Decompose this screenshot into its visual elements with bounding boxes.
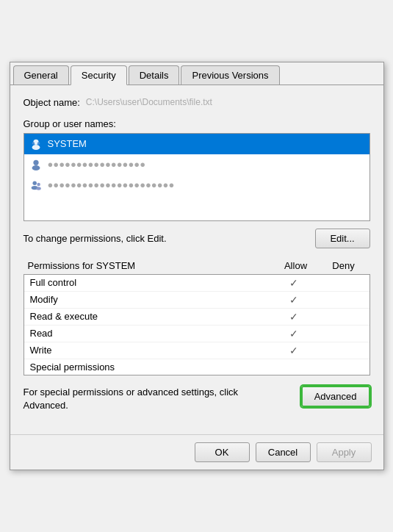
perm-read-allow: ✓ <box>268 328 320 339</box>
svg-point-6 <box>32 181 36 184</box>
user-item-admin[interactable]: ●●●●●●●●●●●●●●●●●●●●●● <box>24 175 369 195</box>
cancel-button[interactable]: Cancel <box>256 442 311 462</box>
svg-point-8 <box>37 183 40 187</box>
perm-row-modify: Modify ✓ <box>24 292 369 309</box>
apply-button[interactable]: Apply <box>317 442 372 462</box>
user-system-label: SYSTEM <box>48 138 87 149</box>
users-list[interactable]: SYSTEM ●●●●●●●●●●●●●●●●● <box>24 133 370 221</box>
object-name-label: Object name: <box>24 97 80 108</box>
user-icon-system <box>29 137 43 151</box>
security-dialog: General Security Details Previous Versio… <box>10 62 384 470</box>
perm-name-header: Permissions for SYSTEM <box>28 260 270 271</box>
perm-write-allow: ✓ <box>268 345 320 356</box>
perm-read-execute-allow: ✓ <box>268 311 320 323</box>
perm-row-special: Special permissions <box>24 359 369 375</box>
tab-bar: General Security Details Previous Versio… <box>10 62 383 85</box>
change-perms-row: To change permissions, click Edit. Edit.… <box>24 229 370 248</box>
svg-point-9 <box>36 187 40 190</box>
user-icon-email <box>29 157 43 172</box>
perm-row-read: Read ✓ <box>24 326 369 342</box>
perm-row-read-execute: Read & execute ✓ <box>24 309 369 326</box>
tab-general[interactable]: General <box>13 65 69 85</box>
tab-content: Object name: C:\Users\user\Documents\fil… <box>10 85 383 434</box>
object-name-value: C:\Users\user\Documents\file.txt <box>86 97 370 107</box>
object-name-row: Object name: C:\Users\user\Documents\fil… <box>24 97 370 108</box>
perm-row-write: Write ✓ <box>24 342 369 359</box>
svg-point-4 <box>33 160 38 165</box>
tab-previous-versions[interactable]: Previous Versions <box>181 65 279 85</box>
perm-deny-header: Deny <box>322 260 366 271</box>
ok-button[interactable]: OK <box>195 442 250 462</box>
svg-point-1 <box>32 145 40 150</box>
advanced-section: For special permissions or advanced sett… <box>24 386 370 412</box>
perm-fullcontrol-allow: ✓ <box>268 277 320 289</box>
group-users-label: Group or user names: <box>24 118 370 129</box>
advanced-description: For special permissions or advanced sett… <box>24 386 244 412</box>
change-perms-text: To change permissions, click Edit. <box>24 233 167 244</box>
perm-allow-header: Allow <box>270 260 322 271</box>
edit-button[interactable]: Edit... <box>315 229 370 248</box>
svg-point-2 <box>32 142 35 145</box>
permissions-header: Permissions for SYSTEM Allow Deny <box>24 259 370 273</box>
dialog-footer: OK Cancel Apply <box>10 434 383 470</box>
permissions-table: Full control ✓ Modify ✓ Read & execute ✓ <box>24 274 370 375</box>
user-item-system[interactable]: SYSTEM <box>24 134 369 154</box>
permissions-section: Permissions for SYSTEM Allow Deny Full c… <box>24 259 370 375</box>
user-admin-label: ●●●●●●●●●●●●●●●●●●●●●● <box>48 179 175 190</box>
perm-row-fullcontrol: Full control ✓ <box>24 275 369 292</box>
advanced-button[interactable]: Advanced <box>301 386 370 407</box>
svg-point-5 <box>32 165 40 170</box>
user-item-email[interactable]: ●●●●●●●●●●●●●●●●● <box>24 154 369 175</box>
svg-point-3 <box>37 142 40 145</box>
perm-modify-allow: ✓ <box>268 294 320 306</box>
tab-security[interactable]: Security <box>71 65 127 85</box>
tab-details[interactable]: Details <box>129 65 180 85</box>
user-email-label: ●●●●●●●●●●●●●●●●● <box>48 159 146 170</box>
user-icon-admin <box>29 178 43 193</box>
